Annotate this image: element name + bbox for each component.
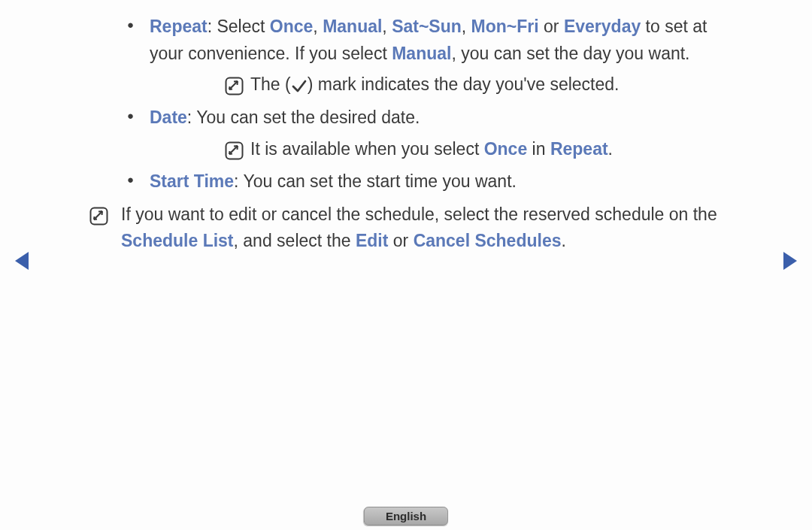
note-icon <box>225 73 244 92</box>
language-pill[interactable]: English <box>364 507 448 525</box>
note-edit-cancel: If you want to edit or cancel the schedu… <box>86 201 733 255</box>
t: : Select <box>208 17 270 36</box>
t: The ( <box>250 74 291 94</box>
hl-edit: Edit <box>356 231 388 250</box>
opt-manual2: Manual <box>392 44 451 63</box>
svg-rect-1 <box>226 142 243 159</box>
next-page-button[interactable] <box>782 250 798 271</box>
hl-cancel-schedules: Cancel Schedules <box>414 231 562 250</box>
svg-marker-3 <box>15 252 29 270</box>
checkmark-icon <box>291 74 308 94</box>
opt-everyday: Everyday <box>564 17 641 36</box>
t: , <box>313 17 323 36</box>
hl-once: Once <box>484 139 528 159</box>
t: or <box>539 17 564 36</box>
hl-schedule-list: Schedule List <box>121 231 234 250</box>
svg-rect-0 <box>226 78 243 95</box>
note-icon <box>89 203 108 222</box>
note-date: It is available when you select Once in … <box>150 136 733 163</box>
bullet-repeat: Repeat: Select Once, Manual, Sat~Sun, Mo… <box>86 14 733 98</box>
label-start-time: Start Time <box>150 171 234 191</box>
t: : You can set the start time you want. <box>234 171 517 191</box>
note-icon <box>225 138 244 156</box>
label-repeat: Repeat <box>150 17 208 36</box>
prev-page-button[interactable] <box>14 250 30 271</box>
t: or <box>388 231 413 250</box>
t: It is available when you select <box>250 139 484 159</box>
opt-monfri: Mon~Fri <box>471 17 539 36</box>
t: , and select the <box>234 231 356 250</box>
opt-manual: Manual <box>323 17 382 36</box>
t: : You can set the desired date. <box>187 108 420 127</box>
t: . <box>561 231 565 250</box>
bullet-date: Date: You can set the desired date. It i… <box>86 104 733 162</box>
svg-rect-2 <box>91 207 108 224</box>
hl-repeat: Repeat <box>550 139 608 159</box>
svg-marker-4 <box>783 252 797 270</box>
note-repeat: The () mark indicates the day you've sel… <box>150 71 733 98</box>
t: in <box>527 139 550 159</box>
t: , <box>462 17 471 36</box>
opt-once: Once <box>270 17 314 36</box>
t: ) mark indicates the day you've selected… <box>308 74 620 94</box>
t: If you want to edit or cancel the schedu… <box>121 204 717 224</box>
page-content: Repeat: Select Once, Manual, Sat~Sun, Mo… <box>86 14 733 255</box>
opt-satsun: Sat~Sun <box>392 17 462 36</box>
t: , <box>382 17 392 36</box>
t: . <box>608 139 613 159</box>
bullet-start-time: Start Time: You can set the start time y… <box>86 168 733 195</box>
label-date: Date <box>150 108 187 127</box>
t: , you can set the day you want. <box>451 44 689 63</box>
